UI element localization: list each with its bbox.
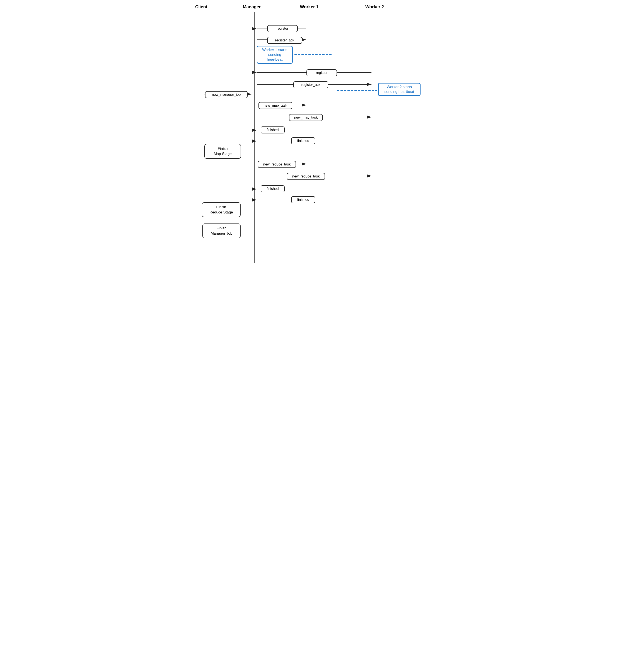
arrows-svg <box>193 4 433 262</box>
actor-manager-label: Manager <box>243 4 261 9</box>
lifeline-manager <box>254 12 255 263</box>
msg-finished-map-worker2: finished <box>291 137 315 144</box>
msg-new-reduce-task-worker1: new_reduce_task <box>258 161 296 168</box>
finish-manager-job-note: FinishManager Job <box>203 223 240 238</box>
msg-register-ack-worker2: register_ack <box>293 81 328 88</box>
msg-finished-map-worker1: finished <box>261 126 285 134</box>
finish-map-stage-note: FinishMap Stage <box>204 144 241 159</box>
actor-client-label: Client <box>195 4 207 9</box>
msg-new-map-task-worker1: new_map_task <box>258 102 292 109</box>
actor-worker1-label: Worker 1 <box>300 4 319 9</box>
msg-register-worker2: register <box>306 69 337 76</box>
msg-new-manager-job: new_manager_job <box>205 91 248 98</box>
actor-worker2-label: Worker 2 <box>365 4 384 9</box>
msg-register-ack-worker1: register_ack <box>267 37 302 44</box>
msg-register-worker1: register <box>267 25 298 32</box>
worker1-heartbeat-note: Worker 1 startssending heartbeat <box>257 46 293 64</box>
sequence-diagram: Client Manager Worker 1 Worker 2 <box>193 4 433 262</box>
msg-new-map-task-worker2: new_map_task <box>289 114 323 121</box>
msg-finished-reduce-worker2: finished <box>291 196 315 203</box>
msg-finished-reduce-worker1: finished <box>261 185 285 192</box>
worker2-heartbeat-note: Worker 2 startssending heartbeat <box>378 83 420 96</box>
lifeline-worker2 <box>372 12 372 263</box>
finish-reduce-stage-note: FinishReduce Stage <box>202 202 240 217</box>
msg-new-reduce-task-worker2: new_reduce_task <box>287 173 325 180</box>
